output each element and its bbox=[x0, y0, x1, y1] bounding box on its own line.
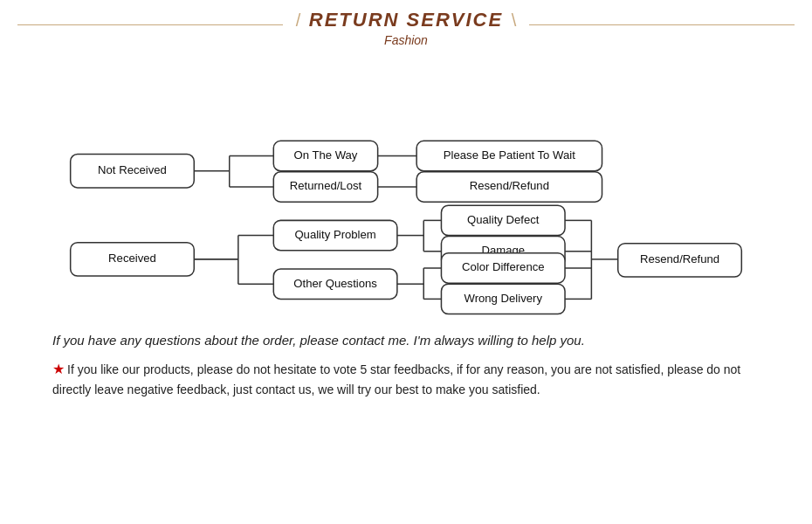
on-the-way-label: On The Way bbox=[293, 148, 357, 162]
resend-refund-1-label: Resend/Refund bbox=[470, 179, 549, 192]
not-received-label: Not Received bbox=[98, 163, 167, 176]
returned-lost-label: Returned/Lost bbox=[290, 179, 362, 192]
other-questions-label: Other Questions bbox=[293, 277, 377, 290]
star-icon: ★ bbox=[52, 362, 65, 376]
flowchart-area: Not Received On The Way Returned/Lost Pl… bbox=[17, 56, 795, 327]
please-wait-label: Please Be Patient To Wait bbox=[444, 148, 575, 162]
received-label: Received bbox=[108, 252, 156, 265]
feedback-text-content: If you like our products, please do not … bbox=[52, 362, 740, 397]
italic-message: If you have any questions about the orde… bbox=[52, 331, 760, 351]
page-container: / RETURN SERVICE \ Fashion Not Received … bbox=[0, 0, 812, 524]
flowchart-svg: Not Received On The Way Returned/Lost Pl… bbox=[17, 56, 795, 327]
quality-problem-label: Quality Problem bbox=[294, 228, 375, 241]
resend-refund-2-label: Resend/Refund bbox=[640, 252, 719, 265]
color-difference-label: Color Difference bbox=[462, 260, 545, 273]
header-title: RETURN SERVICE bbox=[309, 9, 503, 31]
header: / RETURN SERVICE \ Fashion bbox=[17, 9, 795, 47]
wrong-delivery-label: Wrong Delivery bbox=[464, 292, 543, 305]
header-title-wrap: / RETURN SERVICE \ bbox=[283, 9, 529, 31]
header-subtitle: Fashion bbox=[17, 33, 795, 47]
quality-defect-label: Quality Defect bbox=[467, 213, 540, 226]
feedback-message: ★If you like our products, please do not… bbox=[52, 358, 760, 400]
bottom-text: If you have any questions about the orde… bbox=[17, 331, 795, 399]
